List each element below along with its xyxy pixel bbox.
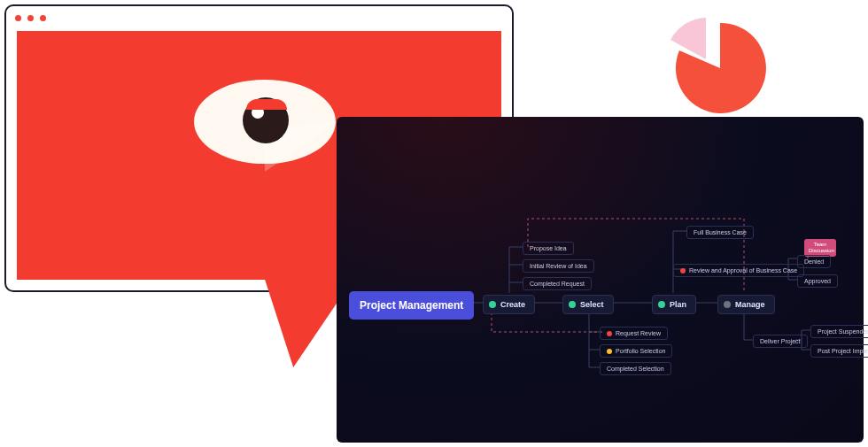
stage-select[interactable]: Select (562, 295, 614, 314)
tag-team-discussion: Team Discussion (804, 239, 836, 257)
stage-label: Manage (735, 300, 765, 309)
leaf-denied[interactable]: Denied (797, 255, 831, 268)
mindmap-window: Project Management Create Select Plan Ma… (337, 117, 864, 443)
leaf-label: Completed Request (530, 281, 585, 287)
connector-lines (337, 117, 864, 443)
pie-chart-icon (651, 11, 775, 135)
window-dot-close (15, 15, 21, 21)
stage-label: Plan (670, 300, 686, 309)
status-dot-red (680, 268, 686, 274)
leaf-label: Review and Approval of Business Case (689, 267, 797, 274)
leaf-project-suspended[interactable]: Project Suspended (810, 325, 868, 338)
root-label: Project Management (360, 299, 463, 312)
tag-label: Team Discussion (809, 242, 834, 253)
leaf-initial-review[interactable]: Initial Review of Idea (523, 259, 594, 273)
mindmap-canvas: Project Management Create Select Plan Ma… (337, 117, 864, 443)
leaf-label: Propose Idea (530, 245, 567, 251)
leaf-full-business-case[interactable]: Full Business Case (686, 226, 754, 239)
status-dot-green (658, 301, 665, 308)
stage-manage[interactable]: Manage (717, 295, 775, 314)
window-dot-max (40, 15, 46, 21)
leaf-propose-idea[interactable]: Propose Idea (523, 242, 574, 255)
leaf-label: Approved (804, 278, 831, 284)
status-dot-green (569, 301, 576, 308)
status-dot-gray (724, 301, 731, 308)
leaf-label: Post Project Implementation (818, 348, 868, 354)
status-dot-red (607, 331, 612, 336)
leaf-label: Deliver Project (760, 338, 801, 344)
status-dot-yellow (607, 349, 612, 354)
leaf-label: Portfolio Selection (616, 348, 665, 354)
root-node[interactable]: Project Management (349, 291, 474, 320)
leaf-completed-request[interactable]: Completed Request (523, 277, 592, 290)
leaf-label: Project Suspended (818, 328, 868, 335)
leaf-post-implementation[interactable]: Post Project Implementation (810, 344, 868, 358)
leaf-label: Completed Selection (607, 366, 664, 372)
status-dot-green (489, 301, 496, 308)
eye-icon (194, 80, 336, 164)
leaf-approved[interactable]: Approved (797, 274, 838, 288)
leaf-portfolio-selection[interactable]: Portfolio Selection (600, 344, 672, 358)
leaf-label: Initial Review of Idea (530, 263, 587, 269)
window-titlebar (6, 6, 512, 29)
leaf-label: Denied (804, 258, 824, 265)
window-dot-min (27, 15, 34, 21)
stage-create[interactable]: Create (483, 295, 535, 314)
leaf-label: Full Business Case (694, 229, 747, 235)
leaf-completed-selection[interactable]: Completed Selection (600, 362, 671, 375)
leaf-label: Request Review (616, 330, 661, 336)
leaf-request-review[interactable]: Request Review (600, 327, 668, 340)
leaf-deliver-project[interactable]: Deliver Project (753, 335, 808, 348)
stage-label: Select (580, 300, 604, 309)
stage-label: Create (500, 300, 525, 309)
leaf-review-approval[interactable]: Review and Approval of Business Case (673, 264, 804, 277)
stage-plan[interactable]: Plan (652, 295, 696, 314)
